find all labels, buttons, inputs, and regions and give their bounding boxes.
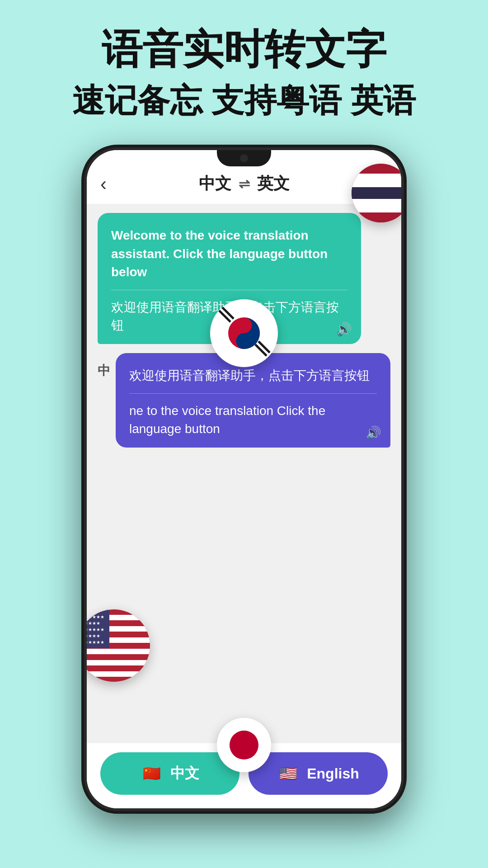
cn-label: 中文 <box>170 764 199 783</box>
en-label: English <box>307 765 359 782</box>
speaker-icon-2[interactable]: 🔊 <box>366 425 381 440</box>
header-cn-label: 中文 <box>199 173 231 195</box>
cn-flag: 🇨🇳 <box>141 762 163 785</box>
phone-screen: ‹ 中文 ⇌ 英文 Welcome to the voice translati… <box>87 150 401 808</box>
cn-language-button[interactable]: 🇨🇳 中文 <box>100 752 239 795</box>
svg-rect-3 <box>352 199 401 212</box>
phone-frame: ‹ 中文 ⇌ 英文 Welcome to the voice translati… <box>81 145 407 814</box>
svg-rect-16 <box>87 660 150 665</box>
speaker-icon-1[interactable]: 🔊 <box>336 322 352 337</box>
back-button[interactable]: ‹ <box>100 173 107 195</box>
us-flag: 🇺🇸 <box>277 762 300 785</box>
banner-title-sub: 速记备忘 支持粤语 英语 <box>18 81 470 120</box>
banner-title-main: 语音实时转文字 <box>18 27 470 72</box>
float-japan-flag <box>217 718 271 772</box>
bubble2-en-text: ne to the voice translation Click the la… <box>129 402 377 439</box>
notch <box>217 150 271 166</box>
header-title: 中文 ⇌ 英文 <box>199 173 290 195</box>
screen-content: ‹ 中文 ⇌ 英文 Welcome to the voice translati… <box>87 150 401 808</box>
svg-text:★★★★★: ★★★★★ <box>87 633 100 638</box>
bubble-row: 中 欢迎使用语音翻译助手，点击下方语言按钮 ne to the voice tr… <box>98 353 390 448</box>
svg-rect-1 <box>352 174 401 187</box>
svg-text:★★★★★: ★★★★★ <box>87 621 100 626</box>
phone-wrapper: ‹ 中文 ⇌ 英文 Welcome to the voice translati… <box>81 145 407 814</box>
bubble1-en-text: Welcome to the voice translation assista… <box>111 226 347 282</box>
svg-text:★★★★★★: ★★★★★★ <box>87 640 104 645</box>
camera <box>240 154 248 162</box>
bubble-purple: 欢迎使用语音翻译助手，点击下方语言按钮 ne to the voice tran… <box>116 353 390 448</box>
svg-rect-2 <box>352 187 401 199</box>
header-en-label: 英文 <box>257 173 290 195</box>
svg-rect-15 <box>87 649 150 654</box>
en-language-button[interactable]: 🇺🇸 English <box>249 752 388 795</box>
float-korean-flag <box>210 299 278 367</box>
svg-text:★★★★★★: ★★★★★★ <box>87 627 104 632</box>
top-banner: 语音实时转文字 速记备忘 支持粤语 英语 <box>0 0 488 138</box>
bubble2-cn-text: 欢迎使用语音翻译助手，点击下方语言按钮 <box>129 367 377 385</box>
user-label: 中 <box>98 353 110 379</box>
svg-point-25 <box>230 731 258 760</box>
swap-icon[interactable]: ⇌ <box>239 176 250 192</box>
